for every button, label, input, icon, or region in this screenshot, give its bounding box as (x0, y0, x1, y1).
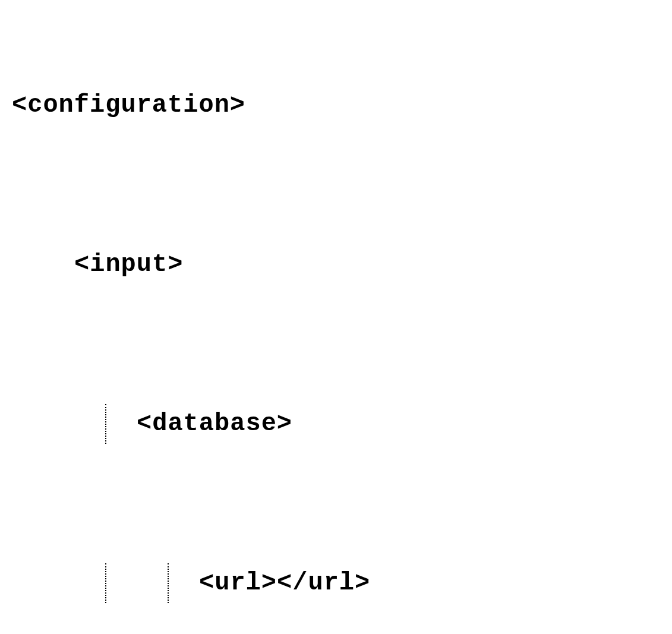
code-line: <url></url> (199, 563, 370, 603)
code-line: <input> (74, 245, 183, 285)
xml-code-block: <configuration> <input> <database> <url>… (12, 6, 666, 634)
code-line: <configuration> (12, 86, 245, 125)
code-line: <database> (137, 404, 292, 444)
